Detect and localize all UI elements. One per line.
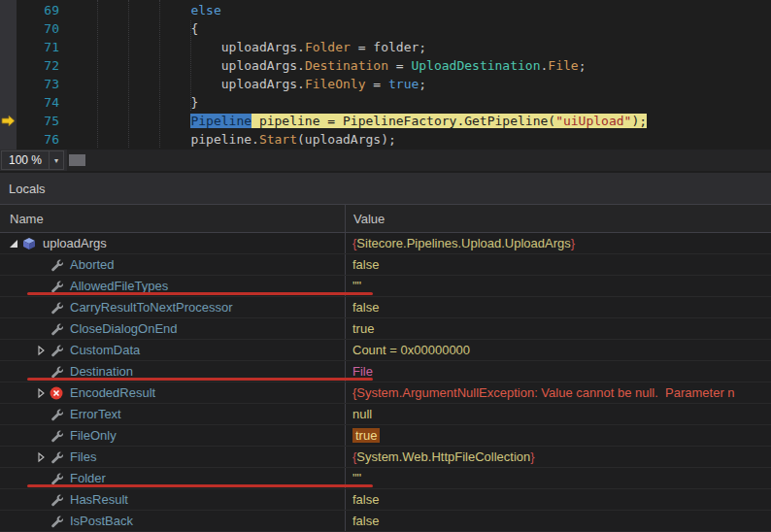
code-token: Folder: [305, 40, 351, 54]
variable-value[interactable]: File: [345, 361, 771, 382]
code-token: .: [251, 132, 259, 147]
variable-value[interactable]: true: [345, 318, 771, 339]
name-cell[interactable]: CustomData: [0, 340, 345, 360]
value-token: false: [352, 492, 379, 507]
locals-row[interactable]: Abortedfalse: [0, 254, 771, 276]
variable-name: Aborted: [70, 257, 115, 272]
expand-toggle-icon[interactable]: [33, 385, 49, 401]
locals-row[interactable]: EncodedResult{System.ArgumentNullExcepti…: [0, 382, 771, 404]
line-number[interactable]: 75: [17, 112, 73, 130]
column-header-value[interactable]: Value: [345, 205, 771, 232]
vs-debugger-screen: 69else70{71uploadArgs.Folder = folder;72…: [0, 0, 771, 532]
locals-row[interactable]: Folder"": [0, 468, 771, 489]
variable-value[interactable]: "": [345, 276, 771, 296]
locals-row[interactable]: AllowedFileTypes"": [0, 276, 771, 297]
code-text: {: [73, 19, 198, 38]
code-lines: 69else70{71uploadArgs.Folder = folder;72…: [0, 0, 771, 149]
breakpoint-margin[interactable]: [0, 0, 17, 150]
column-header-name[interactable]: Name: [0, 205, 345, 232]
name-cell[interactable]: Aborted: [0, 254, 345, 275]
locals-row[interactable]: ErrorTextnull: [0, 404, 771, 425]
name-cell[interactable]: EncodedResult: [0, 382, 345, 403]
name-cell[interactable]: ErrorText: [0, 404, 345, 424]
zoom-control[interactable]: 100 % ▾: [1, 150, 64, 170]
locals-row[interactable]: FileOnlytrue: [0, 425, 771, 447]
name-cell[interactable]: FileOnly: [0, 425, 345, 446]
variable-value[interactable]: "": [345, 468, 771, 488]
name-cell[interactable]: CarryResultToNextProcessor: [0, 297, 345, 317]
expand-toggle-icon[interactable]: [33, 449, 49, 465]
collapse-toggle-icon[interactable]: [6, 236, 21, 251]
code-token: uploadArgs: [221, 77, 297, 91]
locals-row[interactable]: IsPostBackfalse: [0, 511, 771, 532]
scrollbar-thumb[interactable]: [69, 154, 85, 166]
code-text: uploadArgs.FileOnly = true;: [73, 75, 426, 93]
expander-slot: [33, 514, 49, 529]
variable-value[interactable]: null: [345, 404, 771, 424]
locals-row[interactable]: Files{System.Web.HttpFileCollection}: [0, 447, 771, 468]
locals-row[interactable]: uploadArgs{Sitecore.Pipelines.Upload.Upl…: [0, 233, 771, 254]
value-token: Count = 0x00000000: [352, 343, 470, 357]
value-token: false: [352, 514, 379, 528]
variable-value[interactable]: false: [345, 297, 771, 317]
indent-spacer: [0, 499, 33, 500]
code-line[interactable]: 74}: [0, 93, 771, 112]
code-token: uploadArgs: [305, 132, 381, 147]
locals-row[interactable]: CloseDialogOnEndtrue: [0, 318, 771, 340]
indent-spacer: [0, 414, 33, 415]
variable-value[interactable]: {Sitecore.Pipelines.Upload.UploadArgs}: [345, 233, 771, 253]
code-line[interactable]: 73uploadArgs.FileOnly = true;: [0, 75, 771, 93]
code-token: .: [297, 58, 305, 73]
variable-value[interactable]: Count = 0x00000000: [345, 340, 771, 360]
value-token: "": [352, 279, 361, 293]
locals-row[interactable]: CarryResultToNextProcessorfalse: [0, 297, 771, 318]
expand-toggle-icon[interactable]: [33, 343, 49, 358]
value-token: Sitecore.Pipelines.Upload.UploadArgs: [356, 236, 570, 250]
variable-value[interactable]: {System.Web.HttpFileCollection}: [345, 447, 771, 467]
code-line[interactable]: 70{: [0, 19, 771, 38]
variable-value[interactable]: false: [345, 254, 771, 275]
line-number[interactable]: 70: [17, 19, 73, 38]
expander-slot: [33, 300, 49, 316]
locals-row[interactable]: DestinationFile: [0, 361, 771, 382]
object-cube-icon: [21, 236, 37, 251]
variable-name: FileOnly: [70, 428, 117, 443]
code-token: (: [297, 132, 305, 147]
line-number[interactable]: 73: [17, 75, 73, 93]
code-editor[interactable]: 69else70{71uploadArgs.Folder = folder;72…: [0, 0, 771, 150]
locals-rows: uploadArgs{Sitecore.Pipelines.Upload.Upl…: [0, 233, 771, 532]
code-line[interactable]: 71uploadArgs.Folder = folder;: [0, 38, 771, 56]
name-cell[interactable]: IsPostBack: [0, 511, 345, 531]
name-cell[interactable]: CloseDialogOnEnd: [0, 318, 345, 339]
expander-slot: [33, 428, 49, 444]
name-cell[interactable]: HasResult: [0, 489, 345, 510]
variable-name: CarryResultToNextProcessor: [70, 300, 233, 315]
line-number[interactable]: 69: [17, 1, 73, 19]
code-line[interactable]: 69else: [0, 1, 771, 19]
locals-row[interactable]: CustomDataCount = 0x00000000: [0, 340, 771, 361]
code-token: folder: [373, 40, 419, 54]
variable-name: ErrorText: [70, 407, 121, 421]
wrench-property-icon: [49, 492, 64, 508]
line-number[interactable]: 71: [17, 38, 73, 56]
code-line[interactable]: 72uploadArgs.Destination = UploadDestina…: [0, 56, 771, 75]
variable-value[interactable]: {System.ArgumentNullException: Value can…: [345, 382, 771, 403]
line-number[interactable]: 76: [17, 130, 73, 149]
code-line[interactable]: 76pipeline.Start(uploadArgs);: [0, 130, 771, 149]
name-cell[interactable]: uploadArgs: [0, 233, 345, 253]
value-token: false: [352, 257, 379, 272]
line-number[interactable]: 74: [17, 93, 73, 112]
exception-error-icon: [49, 385, 64, 401]
code-line[interactable]: 75Pipeline pipeline = PipelineFactory.Ge…: [0, 112, 771, 130]
horizontal-scrollbar[interactable]: [67, 150, 771, 171]
name-cell[interactable]: Files: [0, 447, 345, 467]
code-text: else: [73, 1, 221, 19]
expander-slot: [33, 492, 49, 508]
locals-row[interactable]: HasResultfalse: [0, 489, 771, 511]
variable-value[interactable]: false: [345, 511, 771, 531]
line-number[interactable]: 72: [17, 56, 73, 75]
variable-value[interactable]: false: [345, 489, 771, 510]
zoom-dropdown-arrow-icon[interactable]: ▾: [49, 151, 63, 169]
variable-value[interactable]: true: [345, 425, 771, 446]
code-text: uploadArgs.Destination = UploadDestinati…: [73, 56, 586, 75]
